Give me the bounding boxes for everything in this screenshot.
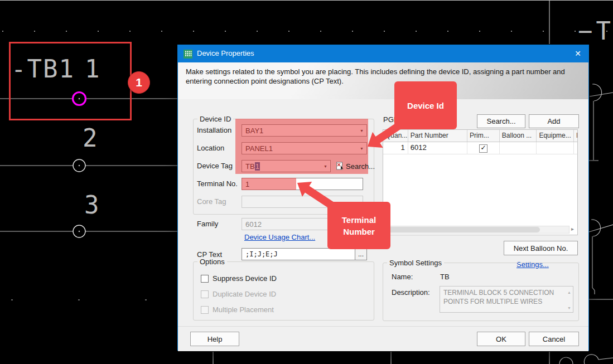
search-button[interactable]: Search... xyxy=(477,114,525,128)
col-clipped[interactable]: I xyxy=(574,130,577,142)
cp-text-input[interactable]: ;I;J;E;J xyxy=(242,248,355,260)
horizontal-scrollbar[interactable] xyxy=(384,226,569,234)
location-value: PANEL1 xyxy=(245,144,273,153)
contact-symbol-1 xyxy=(589,84,613,161)
col-balloon[interactable]: Balloon ... xyxy=(500,130,537,142)
core-tag-label: Core Tag xyxy=(197,197,226,206)
cell-balloon xyxy=(500,142,537,154)
options-group: Options Suppress Device ID Duplicate Dev… xyxy=(193,261,374,321)
duplicate-device-id-checkbox: Duplicate Device ID xyxy=(201,290,276,298)
selection-highlight-rect xyxy=(9,42,132,120)
symbol-name-label: Name: xyxy=(392,273,413,281)
application-canvas: -TB1 1 2 3 −T Device Properties ✕ Make s… xyxy=(0,0,613,364)
family-label: Family xyxy=(197,220,218,228)
location-combobox[interactable]: PANEL1 ▼ xyxy=(242,142,367,154)
location-label: Location xyxy=(197,144,224,152)
device-tag-selected-char: 1 xyxy=(255,162,260,171)
grid-icon xyxy=(184,50,192,59)
symbol-settings-group: Symbol Settings Name: TB Description: TE… xyxy=(383,263,579,321)
cell-equipment xyxy=(537,142,574,154)
help-button[interactable]: Help xyxy=(190,332,239,346)
contact-symbol-2 xyxy=(586,220,613,299)
family-value: 6012 xyxy=(245,220,262,229)
scroll-right-icon[interactable]: ▸ xyxy=(571,226,574,232)
multiple-placement-checkbox: Multiple Placement xyxy=(201,305,274,314)
scrollbar-thumb[interactable] xyxy=(386,227,540,232)
scroll-down-icon: ▼ xyxy=(567,305,571,310)
col-quantity[interactable]: Quan... xyxy=(383,130,408,142)
terminal-no-label: Terminal No. xyxy=(197,179,238,188)
device-tag-label: Device Tag xyxy=(197,162,233,170)
scroll-up-icon: ▲ xyxy=(567,290,571,295)
checkbox-label: Duplicate Device ID xyxy=(213,290,276,298)
balloon-annotation: 1 xyxy=(128,71,150,94)
checkbox-label: Suppress Device ID xyxy=(213,274,277,283)
primary-checkbox[interactable]: ✓ xyxy=(479,144,487,153)
close-icon[interactable]: ✕ xyxy=(572,48,584,59)
options-group-label: Options xyxy=(197,258,227,266)
chevron-down-icon[interactable]: ▼ xyxy=(324,164,327,168)
chevron-down-icon[interactable]: ▼ xyxy=(360,129,364,133)
terminal-number-callout: Terminal Number xyxy=(327,202,390,249)
symbol-description-box: TERMINAL BLOCK 5 CONNECTION POINTS FOR M… xyxy=(440,286,573,313)
dialog-titlebar[interactable]: Device Properties ✕ xyxy=(178,45,588,62)
device-id-callout: Device Id xyxy=(394,81,457,129)
table-row[interactable]: 1 6012 ✓ xyxy=(383,142,577,154)
cell-quantity: 1 xyxy=(383,142,408,154)
dialog-footer: Help OK Cancel xyxy=(178,326,588,351)
device-search-icon[interactable] xyxy=(336,162,345,171)
checkbox-icon xyxy=(201,290,209,298)
next-balloon-button[interactable]: Next Balloon No. xyxy=(504,241,578,255)
device-properties-dialog: Device Properties ✕ Make settings relate… xyxy=(177,45,589,351)
device-tag-value: TB1 xyxy=(245,162,260,171)
checkbox-label: Multiple Placement xyxy=(213,305,274,314)
terminal-no-input[interactable]: 1 xyxy=(242,178,363,190)
cp-text-more-button[interactable]: ... xyxy=(355,248,367,260)
ok-button[interactable]: OK xyxy=(477,332,525,346)
chevron-down-icon[interactable]: ▼ xyxy=(360,147,364,151)
contact-symbol-3 xyxy=(584,355,613,364)
symbol-name-value: TB xyxy=(440,273,450,281)
col-part-number[interactable]: Part Number xyxy=(408,130,467,142)
col-equipment[interactable]: Equipme... xyxy=(537,130,574,142)
installation-value: BAY1 xyxy=(245,127,263,135)
checkbox-icon[interactable] xyxy=(201,275,209,283)
installation-label: Installation xyxy=(197,126,231,134)
dialog-title: Device Properties xyxy=(197,49,254,57)
device-tag-combobox[interactable]: TB1 ▼ xyxy=(242,160,331,172)
device-tag-search-link[interactable]: Search... xyxy=(346,162,375,171)
installation-combobox[interactable]: BAY1 ▼ xyxy=(242,124,367,137)
suppress-device-id-checkbox[interactable]: Suppress Device ID xyxy=(201,274,277,283)
dialog-description: Make settings related to the symbol you … xyxy=(186,67,583,86)
dialog-header: Make settings related to the symbol you … xyxy=(178,62,588,99)
parts-table-header: Quan... Part Number Prim... Balloon ... … xyxy=(383,130,577,142)
add-button[interactable]: Add xyxy=(529,114,579,128)
contact-circle-bottom xyxy=(559,357,573,364)
cancel-button[interactable]: Cancel xyxy=(529,332,579,346)
device-id-group-label: Device ID xyxy=(197,115,233,123)
col-primary[interactable]: Prim... xyxy=(467,130,500,142)
device-usage-chart-link[interactable]: Device Usage Chart... xyxy=(244,233,315,241)
terminal-no-value: 1 xyxy=(245,180,249,188)
cell-part-number: 6012 xyxy=(408,142,467,154)
parts-table: Quan... Part Number Prim... Balloon ... … xyxy=(383,129,578,235)
checkbox-icon xyxy=(201,306,209,314)
cp-text-value: ;I;J;E;J xyxy=(245,250,278,258)
symbol-settings-group-label: Symbol Settings xyxy=(387,259,444,267)
symbol-description-label: Description: xyxy=(392,288,430,297)
